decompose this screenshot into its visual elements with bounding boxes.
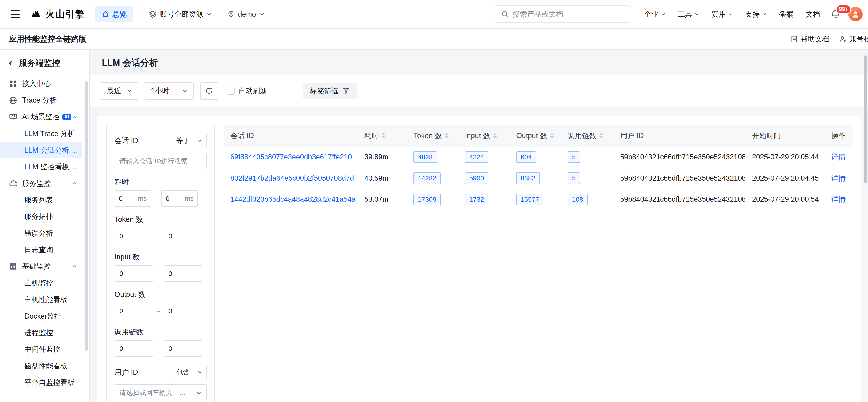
filter-panel: 会话 ID 等于 耗时 ms — [106, 125, 215, 402]
user-id-operator-select[interactable]: 包含 — [171, 365, 207, 380]
sidebar-item-host-monitor[interactable]: 主机监控 — [0, 275, 83, 291]
sidebar-item-error-analysis[interactable]: 错误分析 — [0, 225, 83, 241]
chain-count-tag[interactable]: 5 — [568, 151, 580, 163]
duration-max-field[interactable]: ms — [161, 190, 198, 207]
chain-count-tag[interactable]: 108 — [568, 194, 588, 205]
sidebar-item-disk-performance[interactable]: 磁盘性能看板 — [0, 358, 83, 374]
token-count-tag[interactable]: 17309 — [413, 194, 440, 205]
input-count-tag[interactable]: 1732 — [465, 194, 488, 205]
layers-icon — [149, 10, 157, 18]
menu-icp[interactable]: 备案 — [773, 9, 800, 19]
grid-icon — [9, 80, 17, 88]
sidebar-item-middleware-monitor[interactable]: 中间件监控 — [0, 341, 83, 358]
input-max-input[interactable] — [164, 265, 203, 282]
sort-icon[interactable] — [493, 133, 497, 138]
session-id-link[interactable]: 1442df020b65dc4a48a4828d2c41a54a — [230, 195, 355, 203]
sidebar-item-trace-analysis[interactable]: Trace 分析 — [0, 92, 83, 109]
token-max-input[interactable] — [164, 228, 203, 244]
col-user-id: 用户 ID — [614, 125, 745, 147]
menu-enterprise[interactable]: 企业 — [638, 9, 672, 19]
duration-min-field[interactable]: ms — [115, 190, 151, 207]
col-chains: 调用链数 — [561, 125, 614, 147]
overview-button[interactable]: 总览 — [95, 6, 133, 23]
sidebar-item-llm-session[interactable]: LLM 会话分析 ... — [0, 142, 83, 158]
output-count-tag[interactable]: 15577 — [516, 194, 544, 205]
project-selector[interactable]: demo — [227, 10, 265, 19]
notification-bell[interactable]: 99+ — [831, 9, 841, 19]
output-count-tag[interactable]: 604 — [516, 151, 536, 163]
duration-min-input[interactable] — [119, 195, 136, 203]
output-min-input[interactable] — [115, 303, 153, 319]
token-min-input[interactable] — [115, 228, 153, 244]
sort-icon[interactable] — [445, 133, 449, 138]
session-id-operator-select[interactable]: 等于 — [171, 133, 207, 148]
sidebar-item-llm-dashboard[interactable]: LLM 监控看板 ... — [0, 158, 83, 175]
sidebar-item-log-query[interactable]: 日志查询 — [0, 241, 83, 258]
sort-icon[interactable] — [381, 133, 385, 138]
sidebar-back[interactable]: 服务端监控 — [0, 58, 89, 69]
menu-billing[interactable]: 费用 — [705, 9, 739, 19]
sidebar-scrollbar[interactable] — [85, 81, 87, 351]
chevron-down-icon — [762, 12, 767, 17]
sidebar-item-host-performance[interactable]: 主机性能看板 — [0, 291, 83, 308]
sidebar-item-ai-monitor[interactable]: AI 场景监控 AI — [0, 109, 83, 125]
time-range-select[interactable]: 最近 — [101, 82, 138, 100]
input-min-input[interactable] — [115, 265, 153, 282]
menu-docs[interactable]: 文档 — [800, 9, 826, 19]
chevron-down-icon — [728, 12, 733, 17]
menu-support[interactable]: 支持 — [739, 9, 773, 19]
start-time-value: 2025-07-29 20:05:44 — [752, 153, 819, 161]
refresh-button[interactable] — [200, 82, 218, 100]
trace-max-input[interactable] — [164, 340, 203, 357]
sidebar-item-llm-trace[interactable]: LLM Trace 分析 — [0, 125, 83, 142]
duration-value: 53.07m — [364, 195, 389, 203]
detail-link[interactable]: 详情 — [831, 195, 846, 203]
auto-refresh-toggle[interactable]: 自动刷新 — [227, 86, 267, 96]
help-doc-link[interactable]: 帮助文档 — [790, 34, 830, 44]
page-scrollbar[interactable] — [864, 55, 867, 183]
session-id-link[interactable]: 802f2917b2da64e5c00b2f5050708d7d — [230, 174, 354, 182]
duration-select[interactable]: 1小时 — [145, 82, 193, 100]
pin-icon — [227, 10, 235, 18]
col-input: Input 数 — [458, 125, 510, 147]
sidebar-item-platform-self-monitor[interactable]: 平台自监控看板 — [0, 374, 83, 391]
sidebar-item-access-center[interactable]: 接入中心 — [0, 75, 83, 92]
session-analysis-card: 会话 ID 等于 耗时 ms — [97, 116, 862, 402]
sidebar-item-service-monitor[interactable]: 服务监控 — [0, 175, 83, 192]
input-filter-label: Input 数 — [115, 252, 207, 262]
sidebar-item-service-topology[interactable]: 服务拓扑 — [0, 208, 83, 225]
search-input[interactable] — [513, 10, 625, 19]
global-search[interactable] — [495, 5, 631, 23]
user-id-combobox[interactable]: 请选择或回车输入，支... — [115, 384, 207, 401]
trace-min-input[interactable] — [115, 340, 153, 357]
output-max-input[interactable] — [164, 303, 203, 319]
tag-filter-button[interactable]: 标签筛选 — [303, 83, 357, 99]
input-count-tag[interactable]: 4224 — [465, 151, 488, 163]
detail-link[interactable]: 详情 — [831, 153, 846, 161]
session-id-link[interactable]: 69f884405c8077e3ee0db3e617ffe210 — [230, 153, 352, 161]
account-resources-selector[interactable]: 账号全部资源 — [149, 9, 212, 19]
sidebar-item-basic-monitor[interactable]: 基础监控 — [0, 258, 83, 275]
hamburger-menu-icon[interactable] — [6, 4, 26, 24]
sort-icon[interactable] — [550, 133, 554, 138]
sidebar-item-service-list[interactable]: 服务列表 — [0, 192, 83, 208]
range-separator — [154, 195, 158, 203]
search-icon — [501, 10, 509, 18]
auto-refresh-checkbox[interactable] — [227, 87, 235, 95]
token-count-tag[interactable]: 4828 — [413, 151, 437, 163]
output-count-tag[interactable]: 8382 — [516, 173, 540, 184]
detail-link[interactable]: 详情 — [831, 174, 846, 182]
account-check-link[interactable]: 账号校验 — [839, 34, 868, 44]
chain-count-tag[interactable]: 5 — [568, 173, 580, 184]
session-id-input[interactable] — [115, 153, 207, 169]
brand-logo[interactable]: 火山引擎 — [30, 8, 85, 21]
menu-tools[interactable]: 工具 — [672, 9, 705, 19]
sort-icon[interactable] — [599, 133, 603, 138]
sidebar-item-docker-monitor[interactable]: Docker监控 — [0, 308, 83, 324]
duration-max-input[interactable] — [166, 195, 183, 203]
input-count-tag[interactable]: 5900 — [465, 173, 488, 184]
sidebar-item-process-monitor[interactable]: 进程监控 — [0, 324, 83, 341]
token-count-tag[interactable]: 14282 — [413, 173, 440, 184]
sidebar: 服务端监控 接入中心 Trace 分析 — [0, 50, 90, 402]
table-header-row: 会话 ID 耗时 Token 数 Input 数 Output 数 调用链数 用… — [224, 125, 852, 147]
